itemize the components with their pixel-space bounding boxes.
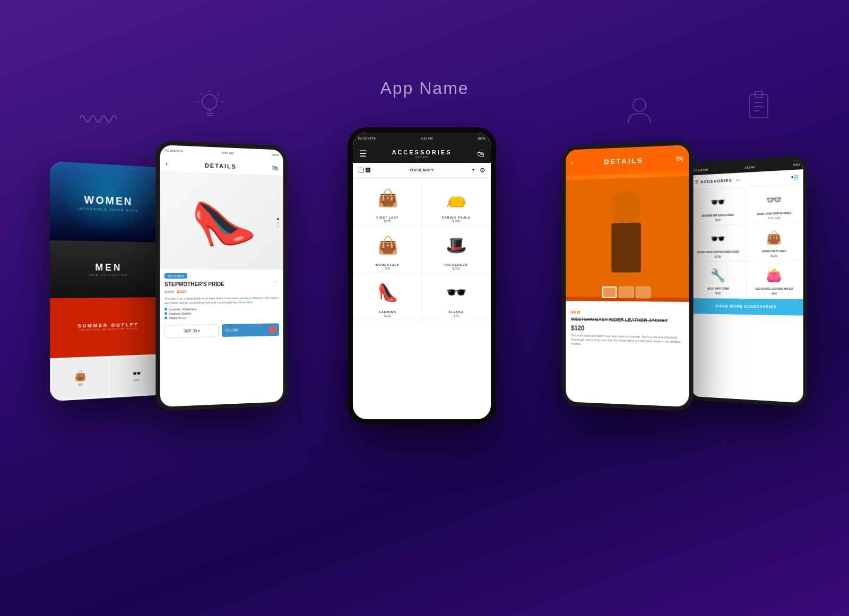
s5-time: 5:50 AM [745, 166, 755, 169]
clipboard-deco-icon [746, 89, 772, 123]
svg-line-6 [218, 93, 219, 95]
s5-header-title-block: ACCESORIES 59 [700, 175, 789, 184]
s3-filter-icon[interactable]: ⚙ [480, 167, 486, 174]
s3-item-5-price: $220 [384, 314, 391, 317]
s4-detail-card: NEW WESTERN EASY RIDER LEATHER JACKET $1… [566, 301, 689, 354]
s3-item-3[interactable]: 👜 WOODSTOCK $89 [354, 226, 421, 272]
s1-outlet-section: SUMMER OUTLET THE BEST-SELLING STUFF FOR… [50, 297, 164, 358]
s2-dot-1 [277, 218, 279, 220]
s5-item-2-old-price: $120 [768, 216, 774, 219]
s3-product-grid: 👜 FIRST LADY $220 👝 CARING PAULA $108 👜 … [353, 178, 491, 320]
s1-glasses-item: 🕶️ $295 [110, 356, 162, 396]
svg-rect-17 [611, 222, 641, 272]
s5-item-3-price: $295 [714, 255, 721, 258]
s2-content: STEPMOTHER'S PRIDE ♡ $380 $220 This pair… [160, 280, 283, 319]
s2-shoe-image: 👠 [185, 186, 259, 258]
s2-color-button[interactable]: COLOR [222, 323, 279, 337]
s2-time: 5:50 AM [222, 151, 233, 155]
s4-product-title: WESTERN EASY RIDER LEATHER JACKET [571, 317, 683, 325]
s5-carrier: PS SKETCH [694, 168, 708, 172]
s5-item-4[interactable]: 👜 SUPER UTILITY BELT $120 [746, 223, 803, 261]
s3-item-5[interactable]: 👠 CARMINA $220 [354, 273, 421, 319]
s5-item-6[interactable]: 👛 OLD SCHOOL LEATHER WALLET $99 [746, 261, 803, 299]
s5-item-6-img: 👛 [761, 264, 787, 286]
s5-item-1-price: $68 [715, 218, 721, 221]
s5-row-2: 🕶️ OUTER SPACE VISITOR SUNGLASSES $295 👜… [691, 223, 803, 262]
s4-thumb-3[interactable] [636, 287, 651, 298]
s2-size-button[interactable]: SIZE 38 ▾ [164, 324, 219, 338]
grid-icon [359, 168, 363, 172]
s3-item-6[interactable]: 🕶️ ALESSA $75 [422, 273, 490, 319]
s5-item-1-name: BROWNIE HIP SUN GLASSES [702, 214, 734, 218]
s2-feature-text-2: Highest Quality [169, 311, 191, 315]
s1-bag-item: 👜 $89 [52, 358, 108, 399]
s3-item-4-name: AIR BENDER [444, 263, 467, 266]
bullet-icon [164, 308, 167, 310]
bag-icon: 👜 [74, 370, 86, 382]
s3-view-toggle[interactable] [358, 167, 371, 173]
s5-item-2[interactable]: 👓 BASIC LOOK FAKE GLASSES $120 $95 [746, 185, 803, 224]
glasses-icon: 🕶️ [132, 369, 141, 378]
s4-thumb-1[interactable] [602, 287, 617, 298]
s1-women-section: WOMEN INCREDIBLE PRICE CUTS [50, 161, 164, 243]
s3-item-6-price: $75 [453, 314, 458, 317]
screen-4-orange-details: ‹ DETAILS 🛍 NEW WESTERN EASY RIDER LEATH… [562, 140, 694, 411]
s4-new-badge: NEW [571, 310, 581, 314]
s2-old-price: $380 [164, 289, 174, 294]
s4-main-image [566, 172, 689, 302]
s2-carousel-dots [277, 218, 279, 228]
s5-item-3[interactable]: 🕶️ OUTER SPACE VISITOR SUNGLASSES $295 [691, 224, 746, 262]
s3-item-1-img: 👜 [369, 182, 406, 214]
s3-statusbar: PS SKETCH 5:50 AM 100% [353, 133, 491, 144]
s5-show-more-button[interactable]: SHOW MORE ACCESSORIES [691, 298, 803, 316]
s3-item-2-name: CARING PAULA [442, 216, 471, 219]
lightbulb-deco-icon [196, 90, 223, 128]
s1-women-title: WOMEN [78, 194, 138, 209]
s5-item-4-price: $120 [770, 254, 777, 257]
s5-header-title: ACCESORIES [700, 178, 732, 184]
s3-item-2[interactable]: 👝 CARING PAULA $108 [422, 179, 490, 225]
s5-battery: 100% [793, 163, 800, 167]
s5-item-1[interactable]: 🕶️ BROWNIE HIP SUN GLASSES $68 [691, 187, 746, 225]
s2-color-swatch [269, 326, 276, 333]
bullet-icon [164, 312, 167, 315]
s5-list-icon: ☰ [695, 180, 699, 185]
s4-thumb-2[interactable] [619, 287, 634, 298]
s5-item-5-img: 🔧 [705, 265, 731, 286]
s2-battery: 100% [271, 153, 279, 157]
s5-item-6-price: $99 [772, 292, 777, 295]
s5-item-5[interactable]: 🔧 HOLLY MARY COMB $38 [691, 262, 746, 298]
s2-feature-1: Leather / Polymers [164, 306, 279, 310]
s3-cart-icon[interactable]: 🛍 [477, 150, 484, 158]
s3-item-1-price: $220 [384, 220, 391, 223]
s5-item-4-name: SUPER UTILITY BELT [762, 250, 787, 254]
s5-item-3-name: OUTER SPACE VISITOR SUNGLASSES [697, 250, 739, 254]
s2-cart-icon[interactable]: 🛍 [272, 164, 278, 171]
s1-products-row: 👜 $89 🕶️ $295 [50, 354, 164, 402]
s3-item-4[interactable]: 🎩 AIR BENDER $190 [422, 226, 490, 272]
s2-bottom-bar: SIZE 38 ▾ COLOR [160, 320, 283, 341]
s5-item-5-name: HOLLY MARY COMB [707, 287, 729, 290]
app-title: App Name [380, 79, 469, 98]
svg-rect-11 [755, 91, 763, 98]
s5-grid-view-icon[interactable]: ⊞ [793, 173, 799, 181]
s2-dot-2 [277, 222, 279, 224]
s3-menu-icon[interactable]: ☰ [359, 149, 367, 159]
s5-count: 59 [736, 179, 740, 182]
s3-sort-label[interactable]: POPULARITY [374, 168, 469, 172]
s4-header: ‹ DETAILS 🛍 [566, 145, 689, 176]
s3-item-4-img: 🎩 [438, 229, 475, 261]
s2-size-label: SIZE [184, 329, 192, 333]
s2-description: This pair is an undisputable must-have o… [164, 296, 279, 305]
s2-new-price: $220 [177, 289, 186, 294]
s3-item-1[interactable]: 👜 FIRST LADY $220 [354, 179, 421, 225]
screen-5-accessories-list: PS SKETCH 5:50 AM 100% ☰ ACCESORIES 59 ▾… [688, 155, 807, 407]
s2-read-more-link[interactable]: Read More [239, 301, 253, 304]
s2-favorite-icon[interactable]: ♡ [273, 280, 279, 288]
s4-header-title: DETAILS [573, 155, 675, 167]
s4-cart-icon[interactable]: 🛍 [676, 154, 683, 163]
s2-header-title: DETAILS [168, 161, 272, 171]
s5-products-grid: 🕶️ BROWNIE HIP SUN GLASSES $68 👓 BASIC L… [691, 185, 803, 299]
s2-dot-3 [277, 225, 279, 228]
s2-product-name: STEPMOTHER'S PRIDE [164, 281, 224, 287]
